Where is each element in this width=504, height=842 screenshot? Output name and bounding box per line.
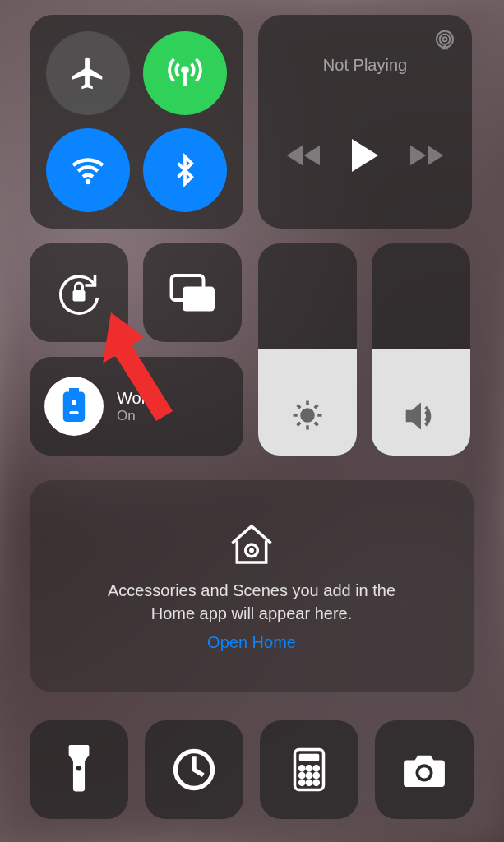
svg-point-23 [300,773,304,777]
media-panel[interactable]: Not Playing [258,15,472,229]
bottom-row [30,720,474,819]
screen-mirroring-button[interactable] [143,243,242,342]
bluetooth-toggle[interactable] [143,128,227,212]
svg-point-12 [302,409,313,421]
airplane-mode-toggle[interactable] [46,31,130,115]
calculator-button[interactable] [260,720,358,819]
home-message: Accessories and Scenes you add in the Ho… [108,579,395,625]
focus-text: Work On [117,389,155,424]
connectivity-panel[interactable] [30,15,243,229]
antenna-icon [166,54,204,92]
middle-left-column: Work On [30,243,243,456]
svg-point-1 [86,179,90,184]
svg-rect-5 [73,290,86,302]
svg-point-3 [440,35,451,45]
airplane-icon [69,54,107,92]
media-controls [270,139,460,172]
camera-icon [400,751,448,789]
svg-rect-11 [68,409,81,415]
rewind-icon [285,141,320,169]
svg-rect-19 [299,754,320,761]
svg-point-30 [418,767,429,778]
home-icon [227,521,276,567]
volume-slider[interactable] [372,243,470,456]
timer-icon [172,747,216,792]
orientation-lock-button[interactable] [30,243,128,342]
play-button[interactable] [351,139,379,172]
rewind-button[interactable] [285,141,320,169]
timer-button[interactable] [145,720,243,819]
focus-name: Work [117,389,155,408]
svg-point-21 [307,766,311,770]
top-row: Not Playing [30,15,474,229]
media-status: Not Playing [270,56,460,75]
open-home-link[interactable]: Open Home [207,633,296,652]
home-message-line2: Home app will appear here. [151,604,353,622]
screen-mirroring-icon [168,271,217,314]
svg-point-4 [443,37,447,41]
forward-button[interactable] [410,141,445,169]
focus-state: On [117,408,155,424]
focus-circle [44,377,104,436]
wifi-icon [68,150,108,190]
camera-button[interactable] [375,720,474,819]
play-icon [351,139,379,172]
forward-icon [410,141,445,169]
svg-point-24 [307,773,311,777]
svg-rect-15 [69,745,90,749]
svg-point-28 [314,780,318,784]
wifi-toggle[interactable] [46,128,130,212]
airplay-icon[interactable] [432,28,457,53]
badge-icon [59,388,89,424]
svg-point-26 [300,780,304,784]
orientation-lock-icon [54,268,104,317]
calculator-icon [292,747,326,792]
volume-icon [403,400,439,433]
focus-button[interactable]: Work On [30,357,243,456]
cellular-data-toggle[interactable] [143,31,227,115]
svg-point-27 [307,780,311,784]
svg-point-10 [70,399,77,406]
svg-rect-9 [71,388,78,393]
svg-point-22 [314,766,318,770]
control-center: Not Playing [0,0,504,842]
brightness-slider[interactable] [258,243,357,456]
svg-point-20 [300,766,304,770]
brightness-icon [290,398,325,433]
bluetooth-icon [169,151,201,189]
svg-point-14 [249,548,254,553]
svg-point-25 [314,773,318,777]
svg-rect-7 [183,287,215,312]
home-message-line1: Accessories and Scenes you add in the [108,581,395,599]
flashlight-button[interactable] [30,720,128,819]
home-panel[interactable]: Accessories and Scenes you add in the Ho… [30,480,474,692]
middle-row: Work On [30,243,474,456]
svg-point-16 [76,766,81,770]
svg-point-0 [183,67,187,72]
flashlight-icon [64,745,94,794]
